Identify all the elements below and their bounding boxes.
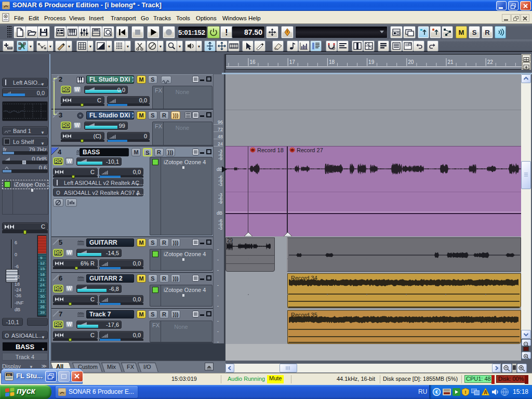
svg-text:FL: FL	[7, 374, 11, 377]
svg-text:22: 22	[487, 59, 494, 65]
svg-text:19: 19	[368, 59, 375, 65]
svg-text:20: 20	[408, 59, 414, 65]
svg-text:!: !	[225, 28, 228, 37]
svg-text:21: 21	[448, 59, 454, 65]
svg-text:17: 17	[289, 59, 296, 65]
svg-text:!: !	[465, 390, 467, 395]
svg-text:18: 18	[329, 59, 335, 65]
svg-text:16: 16	[250, 59, 256, 65]
svg-text:A: A	[484, 390, 487, 395]
